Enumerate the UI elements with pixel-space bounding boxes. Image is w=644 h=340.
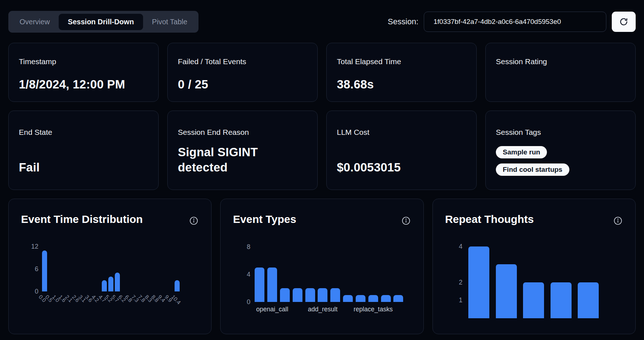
bar (175, 280, 180, 291)
y-axis-tick-label: 0 (22, 288, 38, 295)
bar (102, 280, 107, 291)
stat-card-value: 0 / 25 (178, 77, 307, 92)
bar (280, 288, 290, 302)
y-axis-tick-label: 2 (446, 279, 463, 286)
chart-plot-area: 124 (465, 241, 602, 340)
bar (318, 288, 327, 302)
bar (330, 288, 340, 302)
bar (293, 288, 302, 302)
chart-title: Repeat Thoughts (445, 212, 623, 227)
stat-card-llm-cost: LLM Cost$0.0053015 (326, 111, 477, 190)
bar (305, 288, 315, 302)
stat-card-label: End State (19, 128, 148, 137)
bar (551, 282, 572, 318)
y-axis-tick-label: 4 (446, 243, 463, 250)
stat-card-value: Signal SIGINT detected (178, 145, 307, 175)
bar (468, 246, 489, 318)
session-picker: Session: (388, 12, 636, 32)
y-axis-tick-label: 8 (234, 243, 250, 250)
bar (267, 268, 277, 302)
chart-title: Event Types (233, 212, 411, 227)
stat-card-end-state: End StateFail (8, 111, 159, 190)
stat-cards-row-1: Timestamp1/8/2024, 12:00 PMFailed / Tota… (8, 43, 636, 102)
bar (343, 295, 353, 302)
session-label: Session: (388, 17, 418, 26)
session-tags-list: Sample runFind cool startups (496, 146, 625, 176)
x-axis-tick-label: openai_call (256, 306, 288, 313)
tab-session-drill-down[interactable]: Session Drill-Down (59, 14, 143, 30)
bar (42, 250, 47, 291)
session-tag: Find cool startups (496, 163, 569, 176)
info-icon[interactable] (189, 216, 198, 227)
bar (496, 264, 517, 318)
stat-card-label: Session Rating (496, 57, 625, 66)
y-axis-tick-label: 12 (22, 243, 38, 250)
session-drilldown-page: OverviewSession Drill-DownPivot Table Se… (0, 0, 644, 340)
stat-card-session-end-reason: Session End ReasonSignal SIGINT detected (167, 111, 318, 190)
bar (115, 273, 120, 291)
bar (523, 282, 544, 318)
stat-card-label: Session End Reason (178, 128, 307, 137)
charts-row: Event Time Distribution06120.00.51.01.62… (8, 199, 636, 334)
chart-card-event-time-distribution: Event Time Distribution06120.00.51.01.62… (8, 199, 212, 334)
stat-card-label: LLM Cost (337, 128, 466, 137)
bar (381, 295, 391, 302)
tab-overview[interactable]: Overview (11, 14, 59, 30)
y-axis-tick-label: 4 (234, 271, 250, 278)
refresh-icon (619, 17, 628, 26)
y-axis-tick-label: 6 (22, 265, 38, 273)
session-tag: Sample run (496, 146, 547, 158)
view-tabs: OverviewSession Drill-DownPivot Table (8, 11, 198, 33)
info-icon[interactable] (614, 216, 622, 227)
bar (255, 268, 264, 302)
chart-title: Event Time Distribution (21, 212, 199, 227)
stat-card-session-rating: Session Rating (485, 43, 636, 102)
stat-card-value: 1/8/2024, 12:00 PM (19, 77, 148, 92)
bar (356, 295, 365, 302)
stat-card-value: 38.68s (337, 77, 466, 92)
chart-card-repeat-thoughts: Repeat Thoughts124 (432, 199, 636, 334)
stat-card-failed-total-events: Failed / Total Events0 / 25 (167, 43, 318, 102)
stat-card-label: Timestamp (19, 57, 148, 66)
info-icon[interactable] (402, 216, 410, 227)
x-axis-tick-label: 10.4 (170, 294, 182, 306)
stat-card-label: Total Elapsed Time (337, 57, 466, 66)
y-axis-tick-label: 0 (234, 298, 250, 306)
session-id-input[interactable] (424, 12, 606, 32)
bar (368, 295, 378, 302)
stat-card-session-tags: Session TagsSample runFind cool startups (485, 111, 636, 190)
chart-plot-area: 06120.00.51.01.62.12.63.13.64.24.75.25.7… (41, 244, 180, 320)
chart-plot-area: 048openai_calladd_resultreplace_tasks (253, 244, 405, 331)
x-axis-tick-label: replace_tasks (354, 306, 393, 313)
stat-card-label: Session Tags (496, 128, 625, 137)
x-axis-tick-label: add_result (308, 306, 338, 313)
bar (108, 277, 113, 291)
refresh-button[interactable] (612, 12, 636, 32)
stat-card-value: $0.0053015 (337, 160, 466, 175)
chart-card-event-types: Event Types048openai_calladd_resultrepla… (220, 199, 423, 334)
tab-pivot-table[interactable]: Pivot Table (143, 14, 196, 30)
bar (393, 295, 403, 302)
bar (578, 282, 599, 318)
stat-card-label: Failed / Total Events (178, 57, 307, 66)
top-bar: OverviewSession Drill-DownPivot Table Se… (8, 11, 636, 33)
y-axis-tick-label: 1 (446, 297, 463, 304)
stat-card-total-elapsed-time: Total Elapsed Time38.68s (326, 43, 477, 102)
stat-card-timestamp: Timestamp1/8/2024, 12:00 PM (8, 43, 159, 102)
stat-cards-row-2: End StateFailSession End ReasonSignal SI… (8, 111, 636, 190)
stat-card-value: Fail (19, 160, 148, 175)
